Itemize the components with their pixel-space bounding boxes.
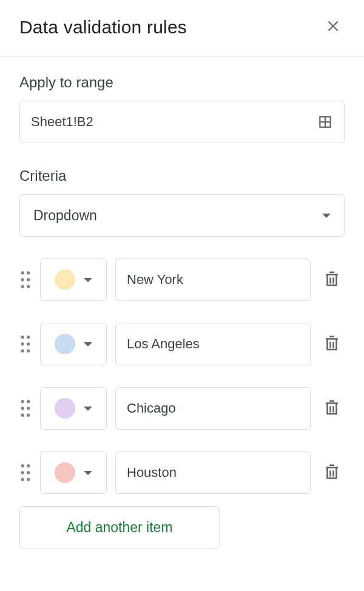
criteria-item-row	[19, 451, 345, 494]
criteria-item-row	[19, 258, 345, 301]
drag-handle-icon[interactable]	[19, 463, 32, 482]
item-value-input[interactable]	[115, 387, 311, 430]
item-value-input[interactable]	[115, 323, 311, 365]
color-picker[interactable]	[40, 387, 107, 430]
svg-point-22	[21, 478, 24, 481]
trash-icon	[323, 463, 341, 483]
svg-point-14	[21, 407, 24, 410]
svg-point-16	[21, 413, 24, 416]
svg-point-9	[27, 342, 30, 345]
chevron-down-icon	[84, 471, 92, 475]
items-list	[19, 258, 345, 494]
svg-point-13	[27, 400, 30, 403]
color-picker[interactable]	[40, 451, 107, 494]
delete-item-button[interactable]	[319, 459, 345, 487]
drag-handle-icon[interactable]	[19, 334, 32, 354]
color-swatch	[55, 334, 75, 354]
chevron-down-icon	[84, 407, 92, 411]
chevron-down-icon	[322, 214, 331, 218]
panel-header: Data validation rules	[0, 0, 364, 57]
svg-point-12	[21, 400, 24, 403]
trash-icon	[323, 399, 341, 419]
svg-point-20	[21, 471, 24, 474]
trash-icon	[323, 334, 341, 354]
criteria-value: Dropdown	[33, 208, 97, 224]
range-value: Sheet1!B2	[31, 114, 93, 130]
range-section-label: Apply to range	[19, 74, 345, 91]
drag-handle-icon[interactable]	[19, 270, 32, 289]
chevron-down-icon	[84, 342, 92, 346]
color-picker[interactable]	[40, 323, 107, 365]
criteria-section-label: Criteria	[19, 167, 345, 184]
color-picker[interactable]	[40, 258, 107, 301]
add-item-button[interactable]: Add another item	[19, 506, 220, 549]
svg-point-21	[27, 471, 30, 474]
trash-icon	[323, 270, 341, 290]
svg-point-11	[27, 349, 30, 352]
color-swatch	[55, 462, 75, 483]
close-icon	[325, 18, 341, 36]
close-button[interactable]	[322, 15, 345, 39]
delete-item-button[interactable]	[319, 395, 345, 422]
color-swatch	[55, 398, 75, 419]
svg-point-23	[27, 478, 30, 481]
grid-select-icon[interactable]	[317, 114, 333, 130]
svg-point-8	[21, 342, 24, 345]
criteria-item-row	[19, 387, 345, 430]
svg-point-10	[21, 349, 24, 352]
svg-point-2	[21, 278, 24, 281]
range-input[interactable]: Sheet1!B2	[19, 101, 345, 143]
data-validation-panel: Data validation rules Apply to range She…	[0, 0, 364, 549]
delete-item-button[interactable]	[319, 266, 345, 294]
svg-point-3	[27, 278, 30, 281]
svg-point-1	[27, 271, 30, 274]
item-value-input[interactable]	[115, 258, 311, 301]
svg-point-15	[27, 407, 30, 410]
chevron-down-icon	[84, 278, 92, 282]
delete-item-button[interactable]	[319, 331, 345, 358]
svg-point-6	[21, 336, 24, 339]
svg-point-7	[27, 336, 30, 339]
svg-point-18	[21, 464, 24, 467]
item-value-input[interactable]	[115, 451, 311, 494]
panel-title: Data validation rules	[19, 17, 187, 38]
drag-handle-icon[interactable]	[19, 399, 32, 418]
svg-point-4	[21, 285, 24, 288]
criteria-select[interactable]: Dropdown	[19, 194, 345, 237]
svg-point-19	[27, 464, 30, 467]
color-swatch	[55, 269, 75, 290]
svg-point-17	[27, 413, 30, 416]
svg-point-5	[27, 285, 30, 288]
criteria-item-row	[19, 323, 345, 365]
svg-point-0	[21, 271, 24, 274]
